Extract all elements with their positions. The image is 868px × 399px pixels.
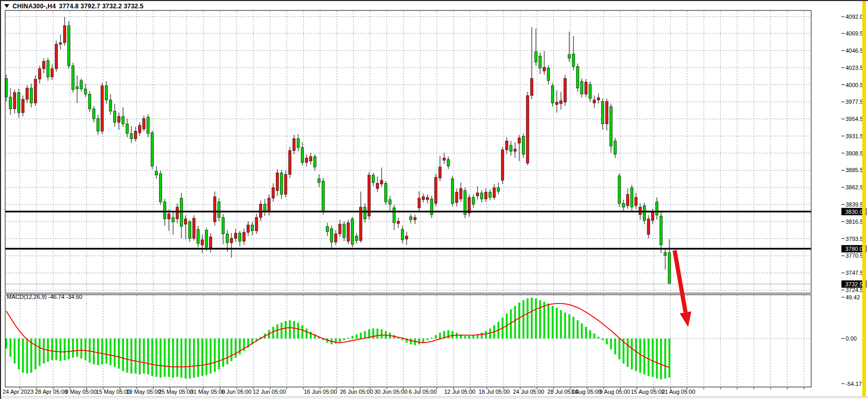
svg-text:3908.5: 3908.5: [846, 150, 863, 156]
svg-text:4069.5: 4069.5: [846, 30, 863, 37]
svg-text:3931.5: 3931.5: [846, 133, 863, 139]
svg-text:3747.5: 3747.5: [846, 270, 863, 276]
svg-text:4000.5: 4000.5: [846, 82, 863, 88]
svg-text:3839.5: 3839.5: [846, 201, 863, 208]
svg-text:26 Jun 05:00: 26 Jun 05:00: [340, 389, 373, 395]
svg-text:3793.5: 3793.5: [846, 236, 863, 242]
svg-text:-54.17: -54.17: [846, 381, 862, 387]
chart-title-bar: CHINA300-,H4 3774.8 3792.7 3732.2 3732.5: [4, 2, 143, 10]
macd-axis[interactable]: 49.420.00-54.17: [841, 294, 862, 387]
chart-window: CHINA300-,H4 3774.8 3792.7 3732.2 3732.5…: [0, 0, 868, 399]
svg-text:6 Jul 05:00: 6 Jul 05:00: [409, 389, 437, 395]
svg-text:4023.5: 4023.5: [846, 65, 863, 71]
svg-text:9 May 05:00: 9 May 05:00: [65, 389, 97, 395]
svg-text:49.42: 49.42: [846, 294, 860, 300]
svg-text:30 Jun 05:00: 30 Jun 05:00: [374, 389, 408, 395]
svg-text:3732.5: 3732.5: [845, 281, 863, 287]
svg-text:28 Apr 05:00: 28 Apr 05:00: [35, 389, 67, 395]
svg-text:15 May 05:00: 15 May 05:00: [96, 389, 131, 395]
svg-text:24 Apr 2023: 24 Apr 2023: [3, 389, 33, 395]
svg-text:3862.5: 3862.5: [846, 184, 863, 190]
svg-text:0.00: 0.00: [846, 335, 857, 342]
time-axis[interactable]: 24 Apr 202328 Apr 05:009 May 05:0015 May…: [3, 389, 695, 395]
svg-text:3885.5: 3885.5: [846, 167, 863, 173]
svg-text:3830.0: 3830.0: [845, 209, 863, 215]
svg-text:9 Aug 05:00: 9 Aug 05:00: [600, 389, 630, 395]
svg-text:16 Jun 05:00: 16 Jun 05:00: [304, 389, 337, 395]
svg-text:18 Jul 05:00: 18 Jul 05:00: [479, 389, 510, 395]
window-bottom-strip: [1, 396, 868, 399]
svg-text:12 Jul 05:00: 12 Jul 05:00: [444, 389, 475, 395]
right-edge-strip: [862, 1, 866, 399]
candles: [5, 17, 671, 284]
svg-text:3954.5: 3954.5: [846, 116, 863, 122]
macd-values: -46.74 -34.60: [48, 294, 82, 300]
svg-text:31 May 05:00: 31 May 05:00: [190, 389, 225, 395]
svg-text:3780.0: 3780.0: [845, 246, 863, 252]
macd-name: MACD(12,26,9): [7, 294, 46, 300]
svg-text:3770.5: 3770.5: [846, 252, 863, 259]
svg-text:25 May 05:00: 25 May 05:00: [158, 389, 193, 395]
panel-borders: [5, 10, 811, 387]
svg-text:12 Jun 05:00: 12 Jun 05:00: [253, 389, 286, 395]
svg-text:4092.0: 4092.0: [846, 14, 863, 20]
chart-title-symbol: CHINA300-,H4: [13, 3, 56, 10]
chart-title-ohlc: 3774.8 3792.7 3732.2 3732.5: [59, 3, 143, 10]
svg-text:15 Aug 05:00: 15 Aug 05:00: [631, 389, 665, 395]
support-resistance-lines[interactable]: [5, 212, 811, 249]
symbol-dropdown-icon[interactable]: [4, 4, 9, 8]
svg-text:19 May 05:00: 19 May 05:00: [126, 389, 161, 395]
svg-text:24 Jul 05:00: 24 Jul 05:00: [513, 389, 544, 395]
svg-text:3 Aug 05:00: 3 Aug 05:00: [571, 389, 602, 395]
svg-text:3977.5: 3977.5: [846, 99, 863, 105]
macd-indicator-label: MACD(12,26,9) -46.74 -34.60: [7, 294, 82, 300]
svg-text:21 Aug 05:00: 21 Aug 05:00: [662, 389, 695, 395]
svg-text:6 Jun 05:00: 6 Jun 05:00: [222, 389, 252, 395]
chart-canvas[interactable]: 4092.04069.54046.54023.54000.53977.53954…: [1, 1, 868, 399]
svg-text:4046.5: 4046.5: [846, 47, 863, 54]
svg-text:3724.5: 3724.5: [846, 287, 863, 293]
trend-arrow[interactable]: [675, 250, 691, 327]
svg-text:3816.5: 3816.5: [846, 219, 863, 225]
grid-horizontal: [6, 17, 811, 338]
